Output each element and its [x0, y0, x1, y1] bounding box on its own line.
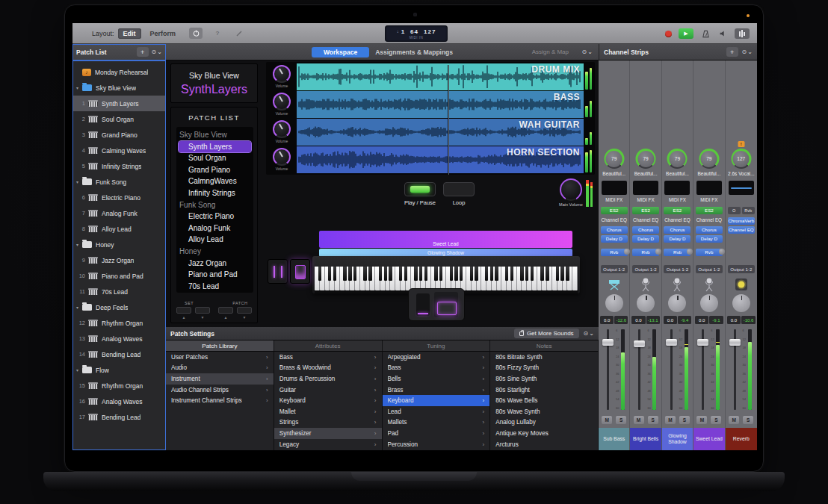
pan-knob[interactable]: [700, 294, 718, 312]
instrument-mini-button[interactable]: O: [728, 207, 741, 214]
eq-thumbnail[interactable]: [664, 181, 690, 195]
tab-attributes[interactable]: Attributes: [274, 340, 383, 351]
black-key[interactable]: [546, 267, 549, 281]
waveform-track[interactable]: DRUM MIX: [297, 63, 584, 90]
patch-library-row[interactable]: Percussion›: [383, 439, 490, 450]
send-1-button[interactable]: Channel EQ: [728, 226, 755, 234]
solo-button[interactable]: S: [711, 416, 721, 424]
disclosure-triangle-icon[interactable]: ▾: [76, 85, 82, 90]
mute-button[interactable]: M: [729, 416, 739, 424]
sustain-pedal[interactable]: [434, 292, 458, 317]
patch-library-row[interactable]: Drums & Percussion›: [274, 373, 382, 385]
patch-library-row[interactable]: Keyboard›: [274, 395, 382, 406]
play-pause-button[interactable]: [404, 182, 436, 196]
playhead[interactable]: [448, 65, 449, 175]
output-button[interactable]: Output 1-2: [696, 265, 723, 273]
instrument-button[interactable]: ES2: [696, 207, 723, 214]
controller-module[interactable]: [290, 259, 310, 284]
strip-volume-knob[interactable]: 79: [636, 149, 656, 169]
black-key[interactable]: [389, 267, 392, 281]
volume-knob[interactable]: [273, 65, 291, 83]
patch-list-patch-row[interactable]: 17Bending Lead: [72, 409, 166, 425]
patch-library-row[interactable]: Bass›: [274, 352, 382, 363]
volume-knob[interactable]: [273, 148, 291, 166]
send-1-button[interactable]: Chorus: [696, 226, 723, 234]
white-key[interactable]: [572, 267, 578, 290]
patch-list-patch-row[interactable]: 13Analog Waves: [72, 331, 166, 346]
metronome-icon[interactable]: [700, 29, 711, 38]
black-key[interactable]: [399, 267, 402, 281]
perf-list-item[interactable]: Electric Piano: [176, 211, 253, 223]
black-key[interactable]: [454, 267, 457, 281]
patch-library-row[interactable]: Analog Lullaby: [490, 417, 598, 429]
send-level-knob[interactable]: [687, 249, 693, 255]
black-key[interactable]: [520, 267, 523, 281]
set-prev-button[interactable]: [176, 307, 191, 314]
output-button[interactable]: Output 1-2: [664, 265, 690, 273]
add-patch-button[interactable]: +: [137, 47, 149, 57]
pan-knob[interactable]: [732, 294, 750, 312]
patch-library-row[interactable]: Mallet›: [274, 406, 382, 417]
send-level-knob[interactable]: [624, 249, 630, 255]
help-icon[interactable]: ?: [211, 28, 224, 39]
waveform-track[interactable]: BASS: [297, 91, 584, 118]
perf-list-item[interactable]: Alloy Lead: [176, 234, 253, 246]
get-more-sounds-button[interactable]: Get More Sounds: [514, 329, 579, 338]
fader-handle[interactable]: [602, 339, 614, 346]
patch-list-set-row[interactable]: ▾Deep Feels: [72, 299, 166, 315]
black-key[interactable]: [368, 267, 371, 281]
black-key[interactable]: [510, 267, 513, 281]
patch-library-row[interactable]: User Patches›: [166, 352, 274, 363]
pan-knob[interactable]: [668, 294, 686, 312]
set-next-button[interactable]: [195, 307, 210, 314]
patch-list-patch-row[interactable]: 14Bending Lead: [72, 346, 166, 362]
black-key[interactable]: [414, 267, 417, 281]
black-key[interactable]: [470, 267, 473, 281]
strip-volume-knob[interactable]: 79: [604, 149, 624, 169]
black-key[interactable]: [333, 267, 336, 281]
black-key[interactable]: [450, 267, 453, 281]
strip-name-label[interactable]: Bright Bells: [630, 428, 661, 450]
patch-list-set-row[interactable]: ▾Sky Blue View: [72, 80, 166, 96]
patch-library-row[interactable]: Bells›: [383, 373, 490, 385]
tab-tuning[interactable]: Tuning: [383, 340, 491, 351]
eq-thumbnail[interactable]: [633, 181, 658, 195]
perf-list-item[interactable]: Synth Layers: [179, 141, 251, 153]
black-key[interactable]: [505, 267, 508, 281]
patch-library-row[interactable]: Legacy›: [274, 439, 382, 450]
strip-name-label[interactable]: Reverb: [726, 428, 757, 450]
black-key[interactable]: [424, 267, 427, 281]
patch-list-patch-row[interactable]: 1170s Lead: [72, 284, 166, 299]
patch-library-row[interactable]: Strings›: [274, 417, 382, 429]
main-volume-knob[interactable]: [560, 178, 582, 201]
black-key[interactable]: [439, 267, 442, 281]
instrument-button[interactable]: ES2: [664, 207, 690, 214]
patch-library-row[interactable]: 80s Wave Bells: [490, 395, 598, 406]
send-1-button[interactable]: Chorus: [632, 226, 659, 234]
record-button[interactable]: [665, 31, 672, 37]
patch-library-row[interactable]: Guitar›: [274, 385, 382, 396]
assign-map-button[interactable]: Assign & Map: [532, 49, 569, 55]
black-key[interactable]: [419, 267, 422, 281]
perf-list-item[interactable]: 70s Lead: [176, 281, 253, 293]
black-key[interactable]: [566, 267, 569, 281]
fader-handle[interactable]: [666, 339, 677, 346]
strip-volume-knob[interactable]: 127: [731, 149, 751, 169]
tab-notes[interactable]: Notes: [490, 340, 599, 351]
add-channel-strip-button[interactable]: +: [726, 47, 738, 57]
patch-library-row[interactable]: Synthesizer›: [274, 428, 382, 439]
patch-list-set-row[interactable]: ▾Funk Song: [72, 174, 166, 190]
workspace-action-menu[interactable]: ⊙⌄: [582, 49, 593, 55]
patch-library-row[interactable]: Bass›: [383, 363, 490, 374]
perform-mode-button[interactable]: Perform: [145, 28, 182, 39]
send-2-button[interactable]: Delay D: [696, 235, 723, 243]
output-button[interactable]: Output 1-2: [601, 265, 628, 273]
solo-button[interactable]: S: [648, 416, 658, 424]
patch-list-patch-row[interactable]: 4Calming Waves: [72, 143, 166, 158]
black-key[interactable]: [404, 267, 407, 281]
tab-patch-library[interactable]: Patch Library: [166, 340, 274, 351]
instrument-button[interactable]: ES2: [601, 207, 628, 214]
eq-thumbnail[interactable]: [602, 181, 627, 195]
volume-knob[interactable]: [273, 120, 291, 138]
black-key[interactable]: [485, 267, 488, 281]
